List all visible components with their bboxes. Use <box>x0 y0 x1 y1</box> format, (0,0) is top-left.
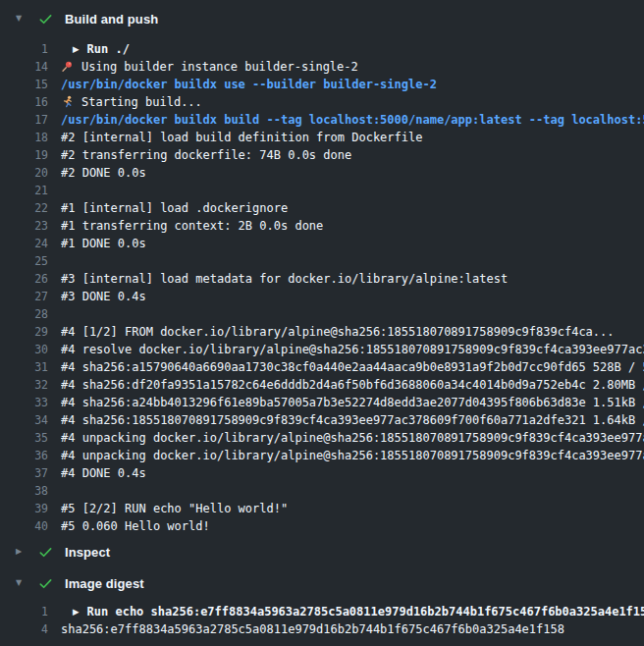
log-text: #1 [internal] load .dockerignore <box>61 201 288 215</box>
log-line: 15 /usr/bin/docker buildx use --builder … <box>0 76 644 93</box>
line-number[interactable]: 15 <box>0 76 48 93</box>
log-line: 34 #4 sha256:185518070891758909c9f839cf4… <box>0 411 644 429</box>
line-number[interactable]: 4 <box>0 620 48 638</box>
log-line-content: #4 unpacking docker.io/library/alpine@sh… <box>61 429 644 447</box>
log-line: 36 #4 unpacking docker.io/library/alpine… <box>0 447 644 464</box>
log-text: #5 [2/2] RUN echo "Hello world!" <box>61 502 288 515</box>
log-group-toggle[interactable]: ▶Run echo sha256:e7ff8834a5963a2785c5a08… <box>61 603 644 620</box>
log-text: #4 DONE 0.4s <box>61 466 146 480</box>
log-text: /usr/bin/docker buildx use --builder bui… <box>61 78 437 91</box>
log-line: 26 #3 [internal] load metadata for docke… <box>0 270 644 288</box>
line-number[interactable]: 20 <box>0 164 48 182</box>
log-line-content: #1 [internal] load .dockerignore <box>61 199 644 217</box>
log-text: #2 [internal] load build definition from… <box>61 131 422 144</box>
log-text: Using builder instance builder-single-2 <box>81 60 358 74</box>
chevron-down-icon: ▼ <box>16 6 27 31</box>
log-line: 22 #1 [internal] load .dockerignore <box>0 199 644 217</box>
log-text: #5 0.060 Hello world! <box>61 519 210 533</box>
section-title: Build and push <box>65 12 158 27</box>
line-number[interactable]: 22 <box>0 199 48 217</box>
log-line: 33 #4 sha256:a24bb4013296f61e89ba57005a7… <box>0 394 644 411</box>
section-title: Inspect <box>65 545 110 560</box>
log-line-content: #5 0.060 Hello world! <box>61 517 644 535</box>
log-line-content <box>61 182 644 199</box>
line-number[interactable]: 16 <box>0 93 48 111</box>
pushpin-icon <box>61 60 75 73</box>
line-number[interactable]: 40 <box>0 517 48 535</box>
line-number[interactable]: 35 <box>0 429 48 447</box>
log-line-content: #1 DONE 0.0s <box>61 235 644 252</box>
log-line: 19 #2 transferring dockerfile: 74B 0.0s … <box>0 146 644 164</box>
line-number[interactable]: 25 <box>0 252 48 270</box>
log-line: 23 #1 transferring context: 2B 0.0s done <box>0 217 644 235</box>
line-number[interactable]: 1 <box>0 40 48 58</box>
log-text: #2 DONE 0.0s <box>61 166 146 180</box>
log-text: #4 sha256:185518070891758909c9f839cf4ca3… <box>61 413 644 427</box>
log-line: 1 ▶Run ./ <box>0 40 644 58</box>
log-line-content: #4 unpacking docker.io/library/alpine@sh… <box>61 447 644 464</box>
line-number[interactable]: 34 <box>0 411 48 429</box>
line-number[interactable]: 38 <box>0 482 48 500</box>
line-number[interactable]: 1 <box>0 603 48 620</box>
line-number[interactable]: 32 <box>0 376 48 394</box>
log-line: 16 Starting build... <box>0 93 644 111</box>
log-line: 38 <box>0 482 644 500</box>
line-number[interactable]: 23 <box>0 217 48 235</box>
line-number[interactable]: 30 <box>0 341 48 358</box>
log-line: 20 #2 DONE 0.0s <box>0 164 644 182</box>
log-line-content: #2 DONE 0.0s <box>61 164 644 182</box>
line-number[interactable]: 17 <box>0 111 48 129</box>
group-arrow-icon: ▶ <box>73 40 80 58</box>
log-line-content: /usr/bin/docker buildx build --tag local… <box>61 111 644 129</box>
section-header-build-and-push[interactable]: ▼ Build and push <box>0 6 644 31</box>
line-number[interactable]: 39 <box>0 500 48 517</box>
line-number[interactable]: 14 <box>0 58 48 76</box>
line-number[interactable]: 29 <box>0 323 48 341</box>
log-line-content: /usr/bin/docker buildx use --builder bui… <box>61 76 644 93</box>
section-header-image-digest[interactable]: ▼ Image digest <box>0 570 644 596</box>
line-number[interactable]: 19 <box>0 146 48 164</box>
log-line: 4 sha256:e7ff8834a5963a2785c5a0811e979d1… <box>0 620 644 638</box>
log-text: #2 transferring dockerfile: 74B 0.0s don… <box>61 148 351 162</box>
log-block-image-digest: 1 ▶Run echo sha256:e7ff8834a5963a2785c5a… <box>0 596 644 646</box>
line-number[interactable]: 21 <box>0 182 48 199</box>
log-text: #4 unpacking docker.io/library/alpine@sh… <box>61 449 644 462</box>
log-line: 27 #3 DONE 0.4s <box>0 288 644 305</box>
log-line-content: Using builder instance builder-single-2 <box>61 58 644 76</box>
log-line-content <box>61 305 644 323</box>
log-text: #3 DONE 0.4s <box>61 290 146 303</box>
log-line-content: #4 sha256:a24bb4013296f61e89ba57005a7b3e… <box>61 394 644 411</box>
log-line: 40 #5 0.060 Hello world! <box>0 517 644 535</box>
log-line: 17 /usr/bin/docker buildx build --tag lo… <box>0 111 644 129</box>
log-text: Starting build... <box>81 95 202 109</box>
line-number[interactable]: 37 <box>0 464 48 482</box>
log-line-content: #4 sha256:a15790640a6690aa1730c38cf0a440… <box>61 358 644 376</box>
log-line: 32 #4 sha256:df20fa9351a15782c64e6dddb2d… <box>0 376 644 394</box>
line-number[interactable]: 31 <box>0 358 48 376</box>
line-number[interactable]: 27 <box>0 288 48 305</box>
log-line: 18 #2 [internal] load build definition f… <box>0 129 644 146</box>
log-line: 30 #4 resolve docker.io/library/alpine@s… <box>0 341 644 358</box>
log-group-toggle[interactable]: ▶Run ./ <box>61 40 644 58</box>
line-number[interactable]: 24 <box>0 235 48 252</box>
chevron-right-icon: ▶ <box>16 539 27 565</box>
log-line: 21 <box>0 182 644 199</box>
section-header-inspect[interactable]: ▶ Inspect <box>0 539 644 565</box>
log-line: 35 #4 unpacking docker.io/library/alpine… <box>0 429 644 447</box>
log-text: #1 transferring context: 2B 0.0s done <box>61 219 323 233</box>
log-line-content: #3 [internal] load metadata for docker.i… <box>61 270 644 288</box>
log-line-content <box>61 252 644 270</box>
log-text: #3 [internal] load metadata for docker.i… <box>61 272 508 286</box>
group-title: Run ./ <box>87 42 130 56</box>
log-line-content: #4 sha256:df20fa9351a15782c64e6dddb2d4a6… <box>61 376 644 394</box>
line-number[interactable]: 28 <box>0 305 48 323</box>
log-text: #4 sha256:a24bb4013296f61e89ba57005a7b3e… <box>61 396 644 409</box>
line-number[interactable]: 36 <box>0 447 48 464</box>
log-line-content: #5 [2/2] RUN echo "Hello world!" <box>61 500 644 517</box>
line-number[interactable]: 26 <box>0 270 48 288</box>
log-text: #4 sha256:a15790640a6690aa1730c38cf0a440… <box>61 360 644 374</box>
log-line-content: #1 transferring context: 2B 0.0s done <box>61 217 644 235</box>
line-number[interactable]: 33 <box>0 394 48 411</box>
section-title: Image digest <box>65 576 144 591</box>
line-number[interactable]: 18 <box>0 129 48 146</box>
